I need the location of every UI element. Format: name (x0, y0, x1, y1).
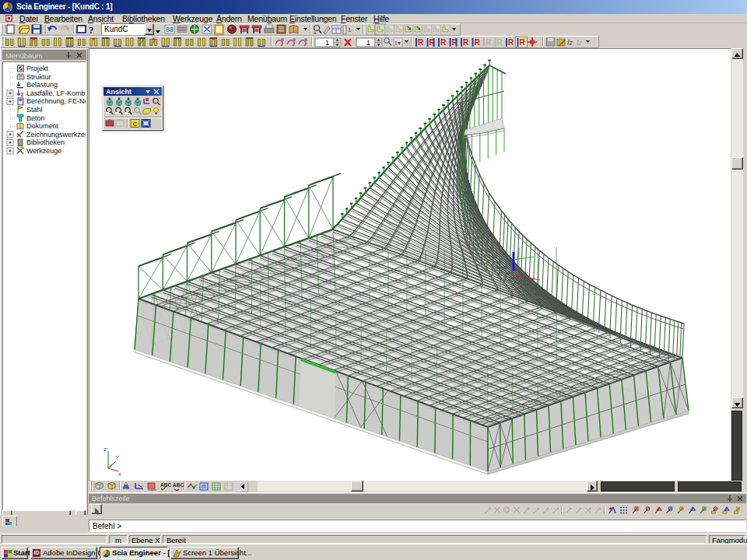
svg-text:R: R (486, 38, 492, 47)
svg-text:C: C (133, 121, 138, 128)
svg-text:Y: Y (115, 454, 120, 461)
svg-text:Dokument: Dokument (26, 122, 59, 130)
svg-text:Stahl: Stahl (26, 106, 43, 114)
svg-text:R: R (497, 38, 503, 47)
svg-text:Belastung: Belastung (26, 81, 58, 89)
svg-text:Struktur: Struktur (26, 73, 51, 81)
svg-text:1: 1 (325, 39, 329, 47)
svg-text:R: R (520, 38, 526, 47)
svg-text:2: 2 (21, 92, 24, 97)
svg-text:Lastfälle, LF-Kombinatior: Lastfälle, LF-Kombinatior (26, 89, 86, 97)
svg-text:z: z (103, 446, 107, 453)
svg-text:Bibliotheken: Bibliotheken (26, 138, 65, 146)
svg-text:1·: 1· (348, 26, 353, 33)
svg-text:?: ? (89, 24, 94, 36)
svg-text:fz: fz (567, 39, 573, 47)
svg-text:Zeichnungswerkzeuge: Zeichnungswerkzeuge (26, 131, 86, 138)
svg-text:R: R (508, 38, 514, 47)
svg-text:fz: fz (577, 39, 583, 47)
svg-text:ABC: ABC (160, 482, 171, 488)
svg-text:Projekt: Projekt (26, 65, 49, 72)
svg-text:1▾: 1▾ (395, 40, 401, 47)
svg-text:R: R (463, 38, 469, 47)
svg-text:x: x (118, 471, 121, 478)
svg-text:1: 1 (366, 39, 370, 47)
svg-text:Werkzeuge: Werkzeuge (26, 147, 61, 155)
svg-text:R: R (440, 38, 447, 47)
svg-text:R: R (418, 38, 424, 47)
svg-text:G: G (505, 507, 509, 513)
svg-text:Beton: Beton (26, 114, 45, 122)
svg-text:ABC: ABC (173, 482, 184, 488)
svg-text:Berechnung, FE-Netz: Berechnung, FE-Netz (26, 97, 86, 105)
svg-text:R: R (475, 38, 481, 47)
svg-text:88: 88 (166, 26, 174, 33)
